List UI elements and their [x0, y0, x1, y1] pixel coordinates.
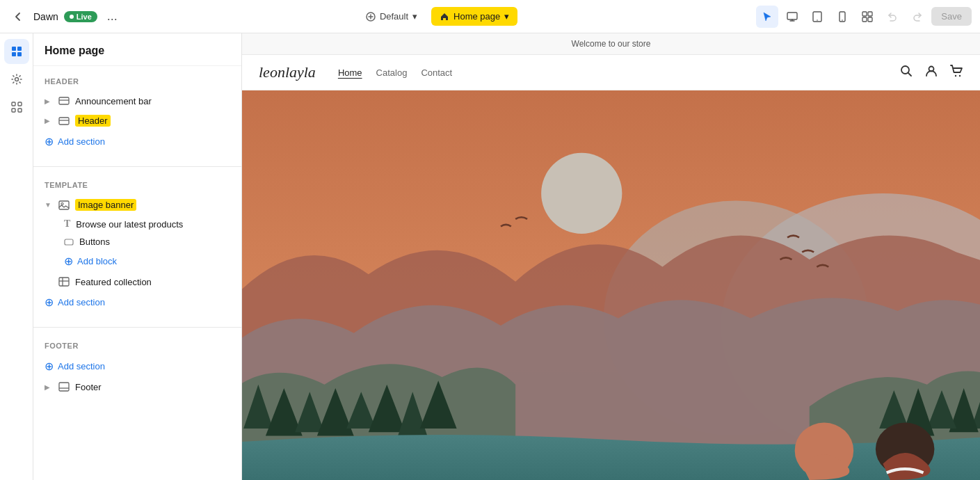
live-badge: Live — [64, 11, 97, 22]
browse-text-item[interactable]: T Browse our latest products — [33, 215, 241, 233]
svg-rect-21 — [59, 118, 69, 125]
svg-rect-1 — [787, 13, 797, 19]
footer-group-label: Footer — [33, 342, 241, 355]
cart-icon[interactable] — [949, 64, 963, 81]
add-block-button[interactable]: ⊕ Add block — [33, 250, 241, 272]
svg-rect-9 — [868, 17, 872, 22]
plus-icon: ⊕ — [45, 135, 54, 148]
footer-item[interactable]: ▶ Footer — [33, 377, 241, 397]
panel-header: Home page — [33, 33, 241, 66]
chevron-down-icon: ▾ — [504, 11, 509, 22]
expand-icon: ▶ — [45, 117, 53, 125]
buttons-item[interactable]: Buttons — [33, 233, 241, 250]
header-section-group: Header ▶ Announcement bar ▶ Header ⊕ Add… — [33, 66, 241, 163]
apps-panel-button[interactable] — [4, 95, 29, 120]
more-options-button[interactable]: ... — [103, 6, 122, 26]
chevron-down-icon: ▾ — [412, 11, 417, 22]
topbar-right: Save — [756, 6, 972, 28]
sections-panel-button[interactable] — [4, 39, 29, 64]
nav-link-home[interactable]: Home — [338, 67, 362, 78]
template-group-label: Template — [33, 181, 241, 195]
announcement-bar-label: Announcement bar — [75, 96, 152, 106]
svg-rect-25 — [65, 239, 73, 245]
settings-panel-button[interactable] — [4, 67, 29, 92]
hero-illustration — [242, 90, 980, 480]
topbar: Dawn Live ... Default ▾ Home page ▾ — [0, 0, 980, 33]
panel-scroll[interactable]: Header ▶ Announcement bar ▶ Header ⊕ Add… — [33, 66, 241, 480]
image-banner-label: Image banner — [75, 199, 136, 211]
svg-point-34 — [959, 74, 961, 76]
buttons-label: Buttons — [79, 237, 110, 247]
template-add-section-button[interactable]: ⊕ Add section — [33, 291, 241, 313]
svg-point-33 — [955, 74, 956, 76]
image-banner-icon — [58, 200, 70, 211]
svg-point-14 — [15, 78, 18, 81]
svg-rect-10 — [12, 47, 16, 51]
desktop-view-button[interactable] — [781, 6, 803, 28]
svg-rect-6 — [862, 12, 867, 16]
topbar-left: Dawn Live ... — [8, 6, 122, 26]
store-nav-links: Home Catalog Contact — [338, 67, 452, 78]
account-icon[interactable] — [924, 64, 938, 81]
header-item[interactable]: ▶ Header — [33, 111, 241, 131]
svg-point-5 — [842, 19, 844, 21]
store-hero — [242, 90, 980, 480]
svg-rect-7 — [868, 12, 872, 16]
svg-rect-15 — [12, 102, 15, 106]
back-button[interactable] — [8, 7, 28, 26]
store-logo: leonlayla — [259, 63, 316, 81]
zoom-button[interactable] — [856, 6, 878, 28]
tablet-view-button[interactable] — [806, 6, 828, 28]
panel-title: Home page — [45, 45, 104, 56]
svg-rect-16 — [18, 102, 22, 106]
icon-sidebar — [0, 33, 33, 480]
announcement-bar-item[interactable]: ▶ Announcement bar — [33, 91, 241, 111]
mobile-view-button[interactable] — [831, 6, 853, 28]
nav-link-contact[interactable]: Contact — [421, 67, 452, 78]
header-label: Header — [75, 115, 111, 127]
preview-area: Welcome to our store leonlayla Home Cata… — [242, 33, 980, 480]
nav-link-catalog[interactable]: Catalog — [376, 67, 408, 78]
image-banner-item[interactable]: ▼ Image banner — [33, 195, 241, 215]
footer-add-section-button[interactable]: ⊕ Add section — [33, 355, 241, 377]
expand-icon: ▶ — [45, 383, 53, 391]
plus-icon: ⊕ — [64, 255, 73, 268]
footer-icon — [58, 381, 70, 392]
store-nav-icons — [899, 64, 963, 81]
featured-collection-item[interactable]: Featured collection — [33, 272, 241, 291]
template-section-group: Template ▼ Image banner T Browse our lat… — [33, 170, 241, 324]
browse-text-label: Browse our latest products — [76, 219, 183, 230]
header-add-section-button[interactable]: ⊕ Add section — [33, 131, 241, 152]
main-layout: Home page Header ▶ Announcement bar ▶ He… — [0, 33, 980, 480]
svg-rect-17 — [12, 109, 15, 112]
svg-rect-23 — [59, 201, 69, 209]
cursor-tool-button[interactable] — [756, 6, 778, 28]
svg-point-36 — [541, 153, 622, 234]
svg-point-3 — [817, 19, 819, 21]
default-dropdown[interactable]: Default ▾ — [360, 8, 423, 24]
footer-section-group: Footer ⊕ Add section ▶ Footer — [33, 330, 241, 408]
topbar-center: Default ▾ Home page ▾ — [127, 7, 751, 26]
svg-rect-11 — [17, 47, 22, 51]
svg-rect-12 — [12, 52, 16, 56]
plus-icon: ⊕ — [45, 296, 54, 309]
save-button[interactable]: Save — [931, 7, 972, 26]
home-page-button[interactable]: Home page ▾ — [431, 7, 517, 26]
svg-rect-13 — [17, 52, 22, 56]
sections-panel: Home page Header ▶ Announcement bar ▶ He… — [33, 33, 242, 480]
header-group-label: Header — [33, 77, 241, 91]
store-name: Dawn — [33, 11, 58, 22]
buttons-icon — [64, 237, 74, 247]
divider — [33, 327, 241, 328]
divider — [33, 166, 241, 167]
search-icon[interactable] — [899, 64, 913, 81]
store-announcement-bar: Welcome to our store — [242, 33, 980, 55]
undo-button[interactable] — [881, 6, 903, 28]
redo-button[interactable] — [906, 6, 929, 28]
text-icon: T — [64, 218, 70, 230]
svg-rect-29 — [59, 383, 69, 391]
plus-icon: ⊕ — [45, 360, 54, 373]
section-icon — [58, 95, 70, 106]
featured-collection-icon — [58, 276, 70, 287]
expand-icon: ▼ — [45, 201, 53, 209]
